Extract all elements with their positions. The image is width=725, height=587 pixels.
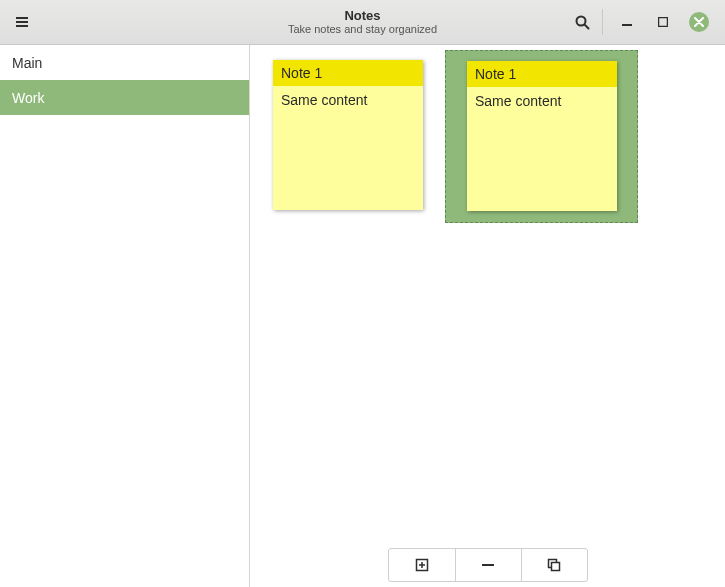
svg-rect-7 xyxy=(552,563,560,571)
search-button[interactable] xyxy=(568,8,596,36)
note[interactable]: Note 1 Same content xyxy=(467,61,617,211)
remove-note-icon xyxy=(480,557,496,573)
add-note-icon xyxy=(414,557,430,573)
note-body: Same content xyxy=(467,87,617,211)
svg-rect-3 xyxy=(659,18,668,27)
group-sidebar: Main Work xyxy=(0,45,250,587)
sidebar-item-main[interactable]: Main xyxy=(0,45,249,80)
hamburger-menu-button[interactable] xyxy=(8,8,36,36)
sidebar-item-work[interactable]: Work xyxy=(0,80,249,115)
search-icon xyxy=(574,14,590,30)
svg-rect-5 xyxy=(482,564,494,566)
remove-note-button[interactable] xyxy=(455,549,521,581)
window-minimize-button[interactable] xyxy=(615,10,639,34)
note-body: Same content xyxy=(273,86,423,210)
minimize-icon xyxy=(622,17,632,27)
note-card[interactable]: Note 1 Same content xyxy=(273,60,423,210)
notes-toolbar xyxy=(388,548,588,582)
close-icon xyxy=(689,12,709,32)
svg-point-0 xyxy=(577,17,586,26)
window-close-button[interactable] xyxy=(687,10,711,34)
sidebar-item-label: Work xyxy=(12,90,44,106)
headerbar-separator xyxy=(602,9,603,35)
window-maximize-button[interactable] xyxy=(651,10,675,34)
maximize-icon xyxy=(658,17,668,27)
note-title: Note 1 xyxy=(273,60,423,86)
note-title: Note 1 xyxy=(467,61,617,87)
notes-canvas[interactable]: Note 1 Same content Note 1 Same content xyxy=(250,45,725,587)
duplicate-note-button[interactable] xyxy=(521,549,587,581)
svg-line-1 xyxy=(585,25,589,29)
hamburger-icon xyxy=(14,14,30,30)
sidebar-item-label: Main xyxy=(12,55,42,71)
duplicate-note-icon xyxy=(546,557,562,573)
notes-content-area: Note 1 Same content Note 1 Same content xyxy=(250,45,725,587)
note[interactable]: Note 1 Same content xyxy=(273,60,423,210)
window-body: Main Work Note 1 Same content Note 1 Sam… xyxy=(0,45,725,587)
svg-rect-2 xyxy=(622,24,632,26)
headerbar: Notes Take notes and stay organized xyxy=(0,0,725,45)
note-card-selected[interactable]: Note 1 Same content xyxy=(445,50,638,223)
add-note-button[interactable] xyxy=(389,549,455,581)
